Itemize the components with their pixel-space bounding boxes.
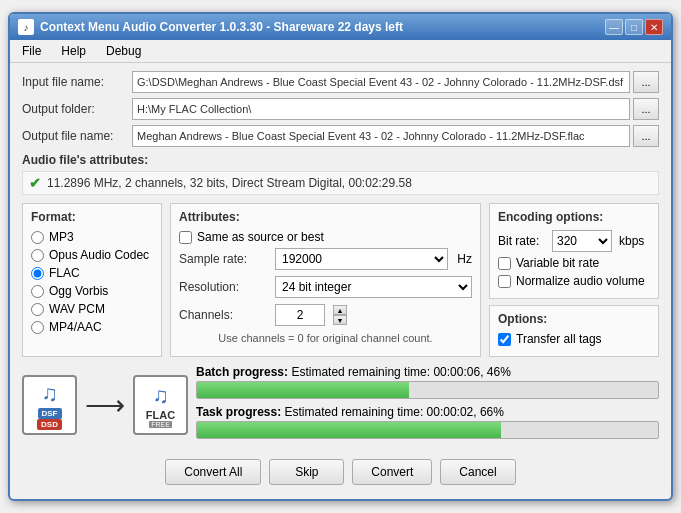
options-box: Options: Transfer all tags: [489, 305, 659, 357]
batch-progress-label: Batch progress: Estimated remaining time…: [196, 365, 659, 379]
audio-info-bar: ✔ 11.2896 MHz, 2 channels, 32 bits, Dire…: [22, 171, 659, 195]
format-ogg[interactable]: Ogg Vorbis: [31, 284, 153, 298]
format-wav-radio[interactable]: [31, 303, 44, 316]
bitrate-row: Bit rate: 320 256 192 128 kbps: [498, 230, 650, 252]
resolution-row: Resolution: 24 bit integer 16 bit intege…: [179, 276, 472, 298]
output-file-browse-button[interactable]: ...: [633, 125, 659, 147]
channels-note: Use channels = 0 for original channel co…: [179, 332, 472, 344]
batch-progress-row: Batch progress: Estimated remaining time…: [196, 365, 659, 399]
main-panels: Format: MP3 Opus Audio Codec FLAC Ogg Vo…: [22, 203, 659, 357]
close-button[interactable]: ✕: [645, 19, 663, 35]
output-folder-field[interactable]: [132, 98, 630, 120]
normalize-row: Normalize audio volume: [498, 274, 650, 288]
task-progress-label: Task progress: Estimated remaining time:…: [196, 405, 659, 419]
format-aac-radio[interactable]: [31, 321, 44, 334]
encoding-title: Encoding options:: [498, 210, 650, 224]
bottom-section: ♫ DSF DSD ⟶ ♫ FLAC FREE: [22, 365, 659, 445]
sample-rate-row: Sample rate: 192000 96000 48000 44100 Hz: [179, 248, 472, 270]
format-mp3-label: MP3: [49, 230, 74, 244]
format-opus[interactable]: Opus Audio Codec: [31, 248, 153, 262]
options-title: Options:: [498, 312, 650, 326]
skip-button[interactable]: Skip: [269, 459, 344, 485]
convert-button[interactable]: Convert: [352, 459, 432, 485]
input-file-field[interactable]: [132, 71, 630, 93]
progress-section: Batch progress: Estimated remaining time…: [196, 365, 659, 445]
convert-all-button[interactable]: Convert All: [165, 459, 261, 485]
input-file-label: Input file name:: [22, 75, 132, 89]
channels-row: Channels: ▲ ▼: [179, 304, 472, 326]
format-wav-label: WAV PCM: [49, 302, 105, 316]
normalize-label: Normalize audio volume: [516, 274, 645, 288]
output-folder-browse-button[interactable]: ...: [633, 98, 659, 120]
variable-bitrate-checkbox[interactable]: [498, 257, 511, 270]
transfer-tags-row: Transfer all tags: [498, 332, 650, 346]
source-music-icon: ♫: [41, 381, 58, 407]
batch-label-text: Batch progress:: [196, 365, 288, 379]
format-mp3-radio[interactable]: [31, 231, 44, 244]
window-title: Context Menu Audio Converter 1.0.3.30 - …: [40, 20, 403, 34]
dest-flac-label: FLAC: [146, 409, 175, 421]
dest-free-badge: FREE: [149, 421, 172, 428]
arrow-icon: ⟶: [85, 389, 125, 422]
sample-rate-label: Sample rate:: [179, 252, 269, 266]
menu-file[interactable]: File: [16, 42, 47, 60]
format-opus-radio[interactable]: [31, 249, 44, 262]
dest-file-icon: ♫ FLAC FREE: [133, 375, 188, 435]
resolution-select[interactable]: 24 bit integer 16 bit integer 32 bit flo…: [275, 276, 472, 298]
title-bar-left: ♪ Context Menu Audio Converter 1.0.3.30 …: [18, 19, 403, 35]
format-ogg-radio[interactable]: [31, 285, 44, 298]
source-file-icon: ♫ DSF DSD: [22, 375, 77, 435]
channels-label: Channels:: [179, 308, 269, 322]
input-browse-button[interactable]: ...: [633, 71, 659, 93]
source-dsd-badge: DSD: [37, 419, 62, 430]
variable-bitrate-label: Variable bit rate: [516, 256, 599, 270]
source-dsf-badge: DSF: [38, 408, 62, 419]
task-progress-bar-fill: [197, 422, 501, 438]
format-flac[interactable]: FLAC: [31, 266, 153, 280]
maximize-button[interactable]: □: [625, 19, 643, 35]
output-file-label: Output file name:: [22, 129, 132, 143]
batch-progress-bar-fill: [197, 382, 409, 398]
title-controls: — □ ✕: [605, 19, 663, 35]
channels-up-button[interactable]: ▲: [333, 305, 347, 315]
menu-help[interactable]: Help: [55, 42, 92, 60]
transfer-tags-label: Transfer all tags: [516, 332, 602, 346]
task-detail-text: Estimated remaining time: 00:00:02, 66%: [285, 405, 504, 419]
audio-info-text: 11.2896 MHz, 2 channels, 32 bits, Direct…: [47, 176, 412, 190]
output-folder-label: Output folder:: [22, 102, 132, 116]
conversion-visual: ♫ DSF DSD ⟶ ♫ FLAC FREE: [22, 365, 659, 445]
task-label-text: Task progress:: [196, 405, 281, 419]
main-window: ♪ Context Menu Audio Converter 1.0.3.30 …: [8, 12, 673, 501]
format-aac[interactable]: MP4/AAC: [31, 320, 153, 334]
channels-input[interactable]: [275, 304, 325, 326]
batch-detail-text: Estimated remaining time: 00:00:06, 46%: [291, 365, 510, 379]
variable-bitrate-row: Variable bit rate: [498, 256, 650, 270]
format-wav[interactable]: WAV PCM: [31, 302, 153, 316]
minimize-button[interactable]: —: [605, 19, 623, 35]
format-mp3[interactable]: MP3: [31, 230, 153, 244]
format-flac-radio[interactable]: [31, 267, 44, 280]
transfer-tags-checkbox[interactable]: [498, 333, 511, 346]
check-icon: ✔: [29, 175, 41, 191]
output-file-field[interactable]: [132, 125, 630, 147]
task-progress-row: Task progress: Estimated remaining time:…: [196, 405, 659, 439]
audio-attributes-title: Audio file's attributes:: [22, 153, 659, 167]
normalize-checkbox[interactable]: [498, 275, 511, 288]
input-file-row: Input file name: ...: [22, 71, 659, 93]
menubar: File Help Debug: [10, 40, 671, 63]
format-opus-label: Opus Audio Codec: [49, 248, 149, 262]
attributes-panel-title: Attributes:: [179, 210, 472, 224]
format-panel-title: Format:: [31, 210, 153, 224]
channels-spinner: ▲ ▼: [333, 305, 347, 325]
sample-rate-select[interactable]: 192000 96000 48000 44100: [275, 248, 448, 270]
output-folder-row: Output folder: ...: [22, 98, 659, 120]
format-panel: Format: MP3 Opus Audio Codec FLAC Ogg Vo…: [22, 203, 162, 357]
bitrate-label: Bit rate:: [498, 234, 548, 248]
channels-down-button[interactable]: ▼: [333, 315, 347, 325]
same-as-source-checkbox[interactable]: [179, 231, 192, 244]
dest-music-icon: ♫: [152, 383, 169, 409]
cancel-button[interactable]: Cancel: [440, 459, 515, 485]
same-as-source-label: Same as source or best: [197, 230, 324, 244]
bitrate-select[interactable]: 320 256 192 128: [552, 230, 612, 252]
menu-debug[interactable]: Debug: [100, 42, 147, 60]
